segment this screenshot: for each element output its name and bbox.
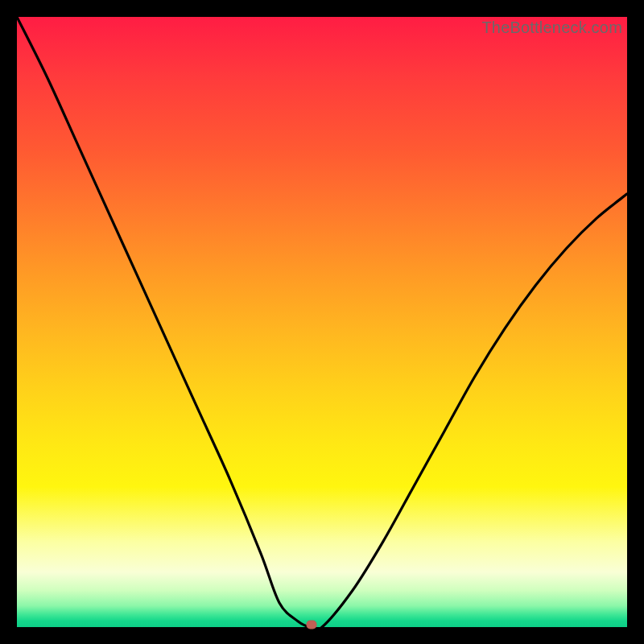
optimal-point-marker [307, 621, 317, 630]
plot-area: TheBottleneck.com [17, 17, 627, 627]
watermark-text: TheBottleneck.com [481, 19, 622, 37]
bottleneck-curve [17, 17, 627, 627]
chart-stage: TheBottleneck.com [0, 0, 644, 644]
